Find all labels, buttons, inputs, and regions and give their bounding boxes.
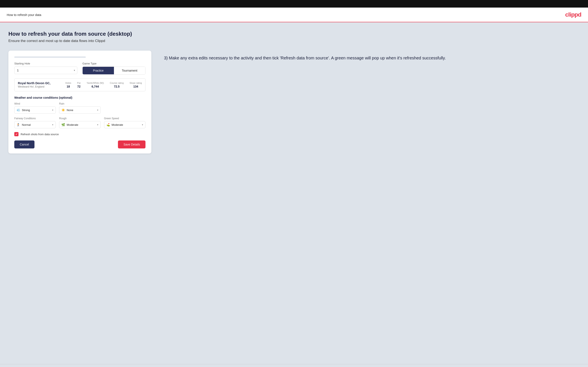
par-label: Par <box>77 82 81 84</box>
chevron-down-icon: ▾ <box>142 124 143 126</box>
game-type-field: Game Type Practice Tournament <box>82 62 146 75</box>
rough-value: Moderate <box>67 123 95 126</box>
starting-hole-select[interactable]: 1 ▾ <box>14 67 77 74</box>
stat-holes: Holes 18 <box>65 82 71 88</box>
checkmark-icon: ✓ <box>15 133 18 136</box>
par-value: 72 <box>77 85 81 88</box>
game-type-toggle: Practice Tournament <box>82 67 146 75</box>
wind-label: Wind <box>14 102 56 105</box>
green-speed-value: Moderate <box>112 123 140 126</box>
stat-course-rating: Course rating 72.5 <box>110 82 124 88</box>
chevron-down-icon: ▾ <box>97 124 98 126</box>
page-heading: How to refresh your data from source (de… <box>9 31 579 37</box>
rough-icon: 🌿 <box>61 123 65 126</box>
rough-select[interactable]: 🌿 Moderate ▾ <box>59 121 101 128</box>
chevron-down-icon: ▾ <box>52 124 53 126</box>
green-speed-field: Green Speed ⛳ Moderate ▾ <box>104 117 146 128</box>
fairway-label: Fairway Conditions <box>14 117 56 120</box>
green-speed-select[interactable]: ⛳ Moderate ▾ <box>104 121 146 128</box>
slope-rating-label: Slope rating <box>130 82 142 84</box>
refresh-checkbox-label: Refresh shots from data source <box>21 133 59 136</box>
fairway-field: Fairway Conditions 🏌️ Normal ▾ <box>14 117 56 128</box>
fairway-select[interactable]: 🏌️ Normal ▾ <box>14 121 56 128</box>
slope-rating-value: 134 <box>133 85 138 88</box>
game-type-label: Game Type <box>82 62 146 65</box>
main-content: How to refresh your data from source (de… <box>0 22 588 364</box>
save-button[interactable]: Save Details <box>118 141 146 149</box>
refresh-checkbox-row[interactable]: ✓ Refresh shots from data source <box>14 132 146 136</box>
page-subheading: Ensure the correct and most up to date d… <box>9 39 579 43</box>
side-text: 3) Make any extra edits necessary to the… <box>164 50 579 61</box>
chevron-down-icon: ▾ <box>97 109 98 111</box>
yards-value: 6,744 <box>92 85 99 88</box>
yards-label: Yards/White (M)) <box>86 82 104 84</box>
rain-select[interactable]: ☀️ None ▾ <box>59 107 101 114</box>
course-rating-value: 72.5 <box>114 85 120 88</box>
form-actions: Cancel Save Details <box>14 141 146 149</box>
content-layout: Starting Hole 1 ▾ Game Type Practice Tou… <box>9 50 579 153</box>
rough-label: Rough <box>59 117 101 120</box>
practice-button[interactable]: Practice <box>83 67 114 74</box>
conditions-row-2: Fairway Conditions 🏌️ Normal ▾ Rough 🌿 M… <box>14 117 146 128</box>
holes-value: 18 <box>67 85 70 88</box>
rain-value: None <box>67 108 95 112</box>
form-card: Starting Hole 1 ▾ Game Type Practice Tou… <box>9 50 151 153</box>
course-info: Royal North Devon GC, Westward Ho!, Engl… <box>18 82 51 88</box>
tournament-button[interactable]: Tournament <box>114 67 145 74</box>
wind-select[interactable]: 💨 Strong ▾ <box>14 107 56 114</box>
course-name: Royal North Devon GC, <box>18 82 51 85</box>
rough-field: Rough 🌿 Moderate ▾ <box>59 117 101 128</box>
field-row-game: Starting Hole 1 ▾ Game Type Practice Tou… <box>14 62 146 75</box>
refresh-checkbox[interactable]: ✓ <box>14 132 18 136</box>
stat-par: Par 72 <box>77 82 81 88</box>
course-row: Royal North Devon GC, Westward Ho!, Engl… <box>14 78 146 91</box>
course-stats: Holes 18 Par 72 Yards/White (M)) 6,744 C… <box>65 82 142 88</box>
page-breadcrumb: How to refresh your data <box>7 13 41 17</box>
starting-hole-label: Starting Hole <box>14 62 77 65</box>
chevron-down-icon: ▾ <box>52 109 53 111</box>
stat-slope-rating: Slope rating 134 <box>130 82 142 88</box>
course-location: Westward Ho!, England <box>18 85 51 88</box>
fairway-icon: 🏌️ <box>17 123 20 126</box>
top-bar <box>0 0 588 8</box>
green-speed-label: Green Speed <box>104 117 146 120</box>
holes-label: Holes <box>65 82 71 84</box>
rain-field: Rain ☀️ None ▾ <box>59 102 101 114</box>
conditions-heading: Weather and course conditions (optional) <box>14 96 146 99</box>
green-speed-icon: ⛳ <box>106 123 110 126</box>
cancel-button[interactable]: Cancel <box>14 141 35 149</box>
course-rating-label: Course rating <box>110 82 124 84</box>
starting-hole-value: 1 <box>17 69 19 72</box>
header: How to refresh your data clippd <box>0 8 588 22</box>
chevron-down-icon: ▾ <box>74 69 75 72</box>
logo: clippd <box>565 11 581 18</box>
wind-field: Wind 💨 Strong ▾ <box>14 102 56 114</box>
wind-icon: 💨 <box>17 108 20 112</box>
footer: Copyright Clippd 2022 <box>0 364 588 367</box>
stat-yards: Yards/White (M)) 6,744 <box>86 82 104 88</box>
fairway-value: Normal <box>22 123 51 126</box>
form-top-decoration <box>14 57 86 58</box>
starting-hole-field: Starting Hole 1 ▾ <box>14 62 77 75</box>
side-instruction: 3) Make any extra edits necessary to the… <box>164 55 579 61</box>
wind-value: Strong <box>22 108 51 112</box>
rain-icon: ☀️ <box>61 108 65 112</box>
rain-label: Rain <box>59 102 101 105</box>
conditions-row-1: Wind 💨 Strong ▾ Rain ☀️ None ▾ <box>14 102 146 114</box>
